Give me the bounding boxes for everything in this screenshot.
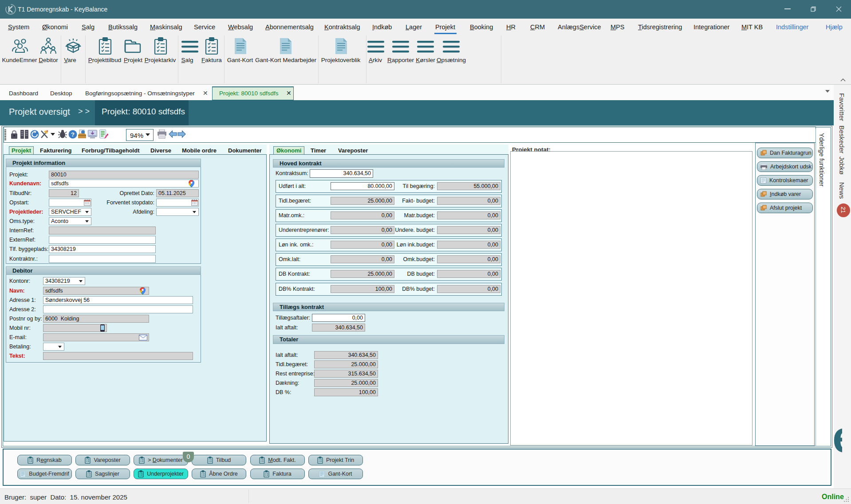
svg-text:?: ? (71, 131, 75, 138)
